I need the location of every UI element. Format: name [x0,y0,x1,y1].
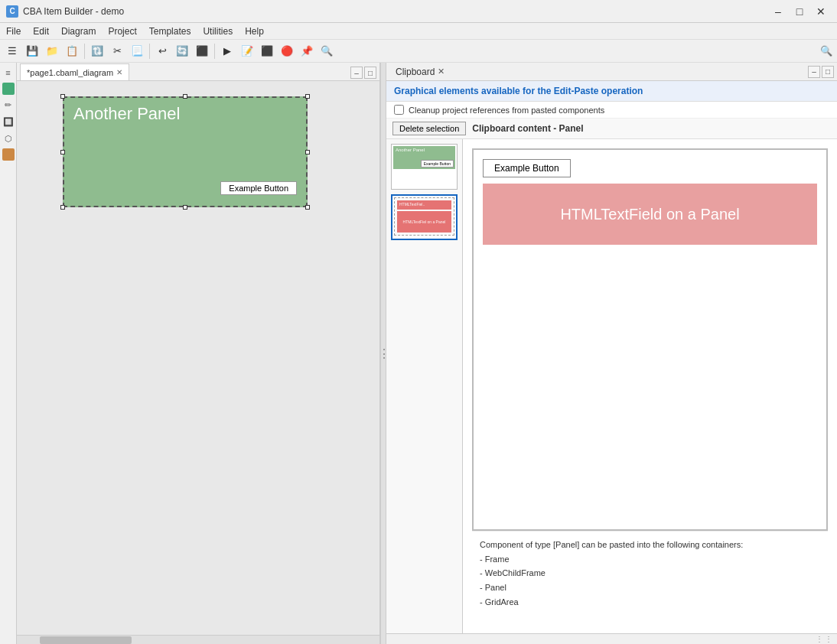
app-icon: C [6,5,18,18]
cleanup-checkbox[interactable] [394,105,404,115]
clipboard-tab-label: Clipboard [396,67,435,77]
canvas-scrollbar[interactable] [17,635,379,644]
clipboard-tab-close[interactable]: ✕ [438,67,445,76]
app-title: CBA Item Builder - demo [23,6,124,17]
menu-templates[interactable]: Templates [143,24,197,38]
toolbar-btn-rect[interactable]: ⬛ [258,42,276,60]
preview-button[interactable]: Example Button [483,159,571,177]
clipboard-info: Component of type [Panel] can be pasted … [472,531,828,615]
toolbar-btn-redo[interactable]: 🔄 [173,42,191,60]
preview-red-text: HTMLTextField on a Panel [560,206,739,223]
handle-br[interactable] [305,205,310,210]
clipboard-pane: Clipboard ✕ – □ Graphical elements avail… [386,63,837,644]
side-icon-2[interactable]: ✏ [2,98,15,112]
canvas-scrollbar-thumb[interactable] [40,636,132,644]
side-panel: ≡ ✏ 🔲 ⬡ [0,63,17,644]
toolbar-sep-1 [84,44,85,59]
thumb-panel-1: Another Panel Example Button [393,146,455,169]
side-icon-4[interactable]: ⬡ [2,132,15,145]
preview-frame: Example Button HTMLTextField on a Panel [472,148,828,531]
toolbar-btn-zoom[interactable]: 🔍 [318,42,336,60]
clipboard-tab-ctrl-max[interactable]: □ [822,66,834,78]
panel-widget[interactable]: Another Panel Example Button [63,96,308,207]
handle-ml[interactable] [60,150,65,154]
search-button[interactable]: 🔍 [819,44,834,59]
status-dots: ⋮⋮ [816,635,834,643]
maximize-button[interactable]: □ [790,4,809,19]
toolbar-btn-refresh[interactable]: 🔃 [88,42,106,60]
editor-tab[interactable]: *page1.cbaml_diagram ✕ [20,63,129,80]
clipboard-info-line0: Component of type [Panel] can be pasted … [480,538,820,552]
toolbar-sep-3 [214,44,215,59]
clipboard-tab-ctrl-min[interactable]: – [808,66,820,78]
tab-ctrl-minimize[interactable]: – [350,67,363,79]
vertical-splitter[interactable]: ⋮ [380,63,386,644]
clipboard-tab: Clipboard ✕ [389,65,451,79]
handle-tm[interactable] [183,94,187,99]
menu-help[interactable]: Help [239,24,270,38]
delete-selection-button[interactable]: Delete selection [392,122,466,135]
toolbar-btn-edit[interactable]: 📝 [238,42,256,60]
toolbar-btn-save[interactable]: 💾 [23,42,41,60]
panel-widget-wrapper: Another Panel Example Button [63,96,308,207]
cleanup-label: Cleanup project references from pasted c… [409,106,604,115]
canvas-inner: Another Panel Example Button [63,96,323,230]
toolbar-btn-run[interactable]: ▶ [218,42,236,60]
menu-diagram[interactable]: Diagram [55,24,102,38]
editor-tab-label: *page1.cbaml_diagram [27,68,113,77]
thumb-item-2[interactable]: HTMLTextFiel.. HTMLTextFiel on a Panel [391,194,458,240]
clipboard-info-line4: - GridArea [480,595,820,610]
thumb-red-big: HTMLTextFiel on a Panel [397,211,451,233]
handle-tr[interactable] [305,94,310,99]
title-bar: C CBA Item Builder - demo – □ ✕ [0,0,837,23]
toolbar-btn-open[interactable]: 📁 [43,42,61,60]
toolbar-btn-cut[interactable]: ✂ [108,42,126,60]
side-icon-0[interactable]: ≡ [2,66,15,80]
toolbar-btn-undo[interactable]: ↩ [153,42,171,60]
thumb-red-text: HTMLTextFiel on a Panel [403,220,446,224]
toolbar-btn-paste[interactable]: 📃 [128,42,146,60]
preview-red-panel: HTMLTextField on a Panel [483,184,817,245]
menu-file[interactable]: File [0,24,27,38]
toolbar-btn-circle[interactable]: 🔴 [278,42,296,60]
clipboard-content: Another Panel Example Button HTMLTextFie… [386,139,837,633]
toolbar-btn-stop[interactable]: ⬛ [193,42,211,60]
editor-tab-close[interactable]: ✕ [116,68,122,76]
clipboard-header: Graphical elements available for the Edi… [386,81,837,102]
side-icon-3[interactable]: 🔲 [2,115,15,128]
thumb-item-1[interactable]: Another Panel Example Button [391,144,458,190]
toolbar-btn-new[interactable]: ☰ [3,42,21,60]
editor-pane: *page1.cbaml_diagram ✕ – □ Another Panel… [17,63,380,644]
clipboard-preview: Example Button HTMLTextField on a Panel … [463,139,837,633]
clipboard-info-line3: - Panel [480,581,820,595]
toolbar-btn-pin[interactable]: 📌 [298,42,316,60]
panel-widget-button[interactable]: Example Button [220,181,297,195]
toolbar: ☰ 💾 📁 📋 🔃 ✂ 📃 ↩ 🔄 ⬛ ▶ 📝 ⬛ 🔴 📌 🔍 🔍 [0,40,837,63]
close-button[interactable]: ✕ [811,4,831,19]
menu-project[interactable]: Project [102,24,142,38]
thumb-red-bar: HTMLTextFiel.. [397,200,451,210]
side-icon-1[interactable] [2,83,15,95]
minimize-button[interactable]: – [768,4,788,19]
editor-tab-bar: *page1.cbaml_diagram ✕ – □ [17,63,379,81]
handle-mr[interactable] [305,150,310,154]
thumb-panel-btn: Example Button [421,160,454,168]
clipboard-info-line1: - Frame [480,552,820,567]
canvas-area[interactable]: Another Panel Example Button [17,81,379,635]
clipboard-content-label: Clipboard content - Panel [472,123,583,134]
toolbar-btn-copy[interactable]: 📋 [63,42,81,60]
tab-ctrl-maximize[interactable]: □ [364,67,376,79]
menu-bar: File Edit Diagram Project Templates Util… [0,23,837,40]
side-icon-5[interactable] [2,148,15,161]
menu-edit[interactable]: Edit [27,24,55,38]
thumb-sidebar[interactable]: Another Panel Example Button HTMLTextFie… [386,139,463,633]
toolbar-sep-2 [149,44,150,59]
handle-bl[interactable] [60,205,65,210]
thumb-dashed: HTMLTextFiel.. HTMLTextFiel on a Panel [394,197,454,236]
clipboard-checkbox-row: Cleanup project references from pasted c… [386,102,837,119]
handle-bm[interactable] [183,205,187,210]
thumb-panel-title: Another Panel [393,146,455,154]
handle-tl[interactable] [60,94,65,99]
main-area: ≡ ✏ 🔲 ⬡ *page1.cbaml_diagram ✕ – □ [0,63,837,644]
menu-utilities[interactable]: Utilities [197,24,239,38]
